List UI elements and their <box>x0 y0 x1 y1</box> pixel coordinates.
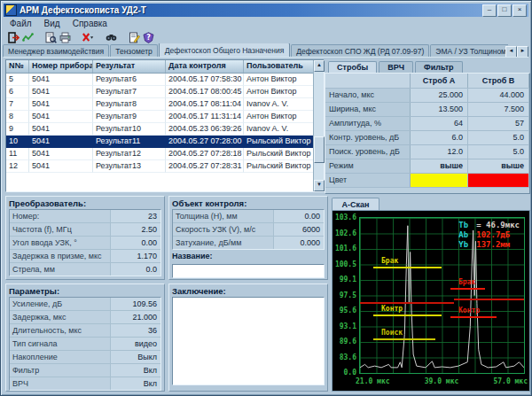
strobe-b-value[interactable]: 7.500 <box>468 103 529 116</box>
results-scrollbar[interactable]: ▲ ▼ <box>313 60 324 191</box>
strobe-b-value[interactable]: 57 <box>468 117 529 130</box>
main-tab[interactable]: Дефектоскоп СПО ЖД (РД 07.09-97) <box>291 44 429 57</box>
table-cell: Рыльский Виктор <box>244 148 314 160</box>
gate-line[interactable] <box>454 299 524 300</box>
property-row: ФильтрВкл <box>10 364 160 377</box>
strobe-a-value[interactable]: 12.0 <box>411 145 468 159</box>
column-header: Строб А <box>411 74 468 88</box>
delete-icon[interactable] <box>81 31 95 43</box>
svg-text:?: ? <box>146 34 151 42</box>
x-tick-label: 57.0 мкс <box>493 377 528 388</box>
main-tab[interactable]: Дефектоскоп Общего Назначения <box>159 43 291 57</box>
strobe-a-value[interactable]: 64 <box>411 117 468 130</box>
row-label: Цвет <box>325 174 411 187</box>
table-row[interactable]: 55041Результат62004.05.17 07:58:30Антон … <box>6 74 314 86</box>
strobes-tab[interactable]: Стробы <box>328 61 377 73</box>
strobes-row: Начало, мкс25.00044.000 <box>325 89 529 103</box>
table-row[interactable]: 95041Результат102004.05.23 06:39:26Ivano… <box>6 123 314 136</box>
readout-line: Tb= 46.9мкс <box>458 221 520 230</box>
column-header[interactable]: Номер прибора <box>29 60 93 73</box>
readout-value: 102.7дБ <box>476 230 510 239</box>
transducer-panel: Преобразователь: Номер:23Частота (f), МГ… <box>5 196 165 280</box>
strobes-tab[interactable]: ВРЧ <box>379 61 413 73</box>
y-tick-label: 93.1 <box>340 322 356 330</box>
table-row[interactable]: 85041Результат92004.05.17 11:31:14Антон … <box>6 111 314 123</box>
gate-line[interactable] <box>450 288 485 290</box>
search-icon[interactable] <box>104 31 118 43</box>
app-icon <box>5 4 17 16</box>
table-cell: Ivanov A. V. <box>244 123 314 136</box>
table-row[interactable]: 115041Результат122004.05.27 07:28:18Рыль… <box>6 148 314 160</box>
exit-icon[interactable] <box>6 31 20 43</box>
table-cell: 2004.05.27 07:28:00 <box>166 136 244 148</box>
property-label: Накопление <box>10 351 110 363</box>
ascan-tab[interactable]: А-Скан <box>332 198 379 211</box>
scrollbar-thumb[interactable] <box>314 136 325 163</box>
main-tab[interactable]: ЭМА / УЗ Толщиномер <box>430 44 508 57</box>
gate-line[interactable] <box>373 314 442 316</box>
strobes-panel: СтробыВРЧФильтр Строб АСтроб ВНачало, мк… <box>325 59 530 194</box>
column-header[interactable]: Дата контроля <box>166 60 244 73</box>
close-button[interactable]: × <box>512 4 527 17</box>
strobes-tab[interactable]: Фильтр <box>415 61 463 73</box>
menu-item[interactable]: Справка <box>66 19 113 28</box>
property-label: Усиление, дБ <box>10 298 110 310</box>
strobe-a-value[interactable]: 6.0 <box>411 131 468 144</box>
strobe-b-value[interactable]: выше <box>468 159 529 173</box>
column-header[interactable]: Пользователь <box>244 60 314 73</box>
maximize-button[interactable]: □ <box>497 4 512 17</box>
readout-value: 137.2мм <box>476 240 510 249</box>
main-tab[interactable]: Менеджер взаимодействия <box>3 44 109 57</box>
main-tab-bar: Менеджер взаимодействияТензометрДефектос… <box>3 43 508 57</box>
property-value: 0.00 <box>273 210 324 222</box>
strobe-a-value[interactable]: 25.000 <box>411 89 468 102</box>
column-header[interactable]: Результат <box>93 60 166 73</box>
gate-line[interactable] <box>373 267 442 268</box>
object-name-input[interactable] <box>172 264 325 278</box>
strobe-a-value[interactable]: 13.500 <box>411 103 468 116</box>
scroll-down-icon[interactable]: ▼ <box>314 180 325 191</box>
gate-line[interactable] <box>360 302 454 304</box>
strobe-b-value[interactable]: 44.000 <box>468 89 529 102</box>
table-row[interactable]: 75041Результат82004.05.17 08:11:04Ivanov… <box>6 98 314 111</box>
strobe-a-value[interactable]: выше <box>411 159 468 173</box>
minimize-button[interactable]: – <box>482 4 497 17</box>
connection-icon[interactable] <box>20 31 35 43</box>
table-cell: 5041 <box>29 160 93 173</box>
app-window: АРМ Дефектоскописта УД2-Т – □ × ФайлВидС… <box>0 0 532 396</box>
menu-item[interactable]: Вид <box>38 19 66 28</box>
main-tab[interactable]: Тензометр <box>110 44 158 57</box>
table-row[interactable]: 65041Результат72004.05.17 08:00:45Антон … <box>6 86 314 98</box>
report-icon[interactable] <box>127 31 141 43</box>
column-header[interactable]: N№ <box>6 60 29 73</box>
gate-label: Контр <box>381 305 403 313</box>
strobe-a-color-swatch[interactable] <box>411 174 468 187</box>
table-cell: Ivanov A. V. <box>244 98 314 111</box>
table-cell: Антон Виктор <box>244 86 314 98</box>
preview-icon[interactable] <box>43 31 58 43</box>
property-value: 0.00 <box>110 237 160 249</box>
strobe-b-color-swatch[interactable] <box>468 174 529 187</box>
print-icon[interactable] <box>58 31 72 43</box>
table-cell: 5041 <box>29 86 93 98</box>
help-icon[interactable]: ? <box>141 31 155 43</box>
table-cell: Рыльский Виктор <box>244 136 314 148</box>
strobes-color-row: Цвет <box>325 174 529 188</box>
table-cell: 12 <box>6 160 29 173</box>
results-table: N№Номер прибораРезультатДата контроляПол… <box>5 59 325 192</box>
strobes-row: Амплитуда, %6457 <box>325 117 529 131</box>
property-row: Стрела, мм0.0 <box>10 263 160 276</box>
strobe-b-value[interactable]: 5.0 <box>468 145 529 159</box>
strobe-b-value[interactable]: 5.0 <box>468 131 529 144</box>
table-cell: 2004.05.17 11:31:14 <box>166 111 244 123</box>
table-row[interactable]: 105041Результат112004.05.27 07:28:00Рыль… <box>6 136 314 148</box>
menu-item[interactable]: Файл <box>4 19 38 28</box>
table-row[interactable]: 125041Результат132004.05.27 07:28:31Рыль… <box>6 160 314 173</box>
gate-line[interactable] <box>450 316 497 318</box>
gate-line[interactable] <box>373 338 435 340</box>
scroll-up-icon[interactable]: ▲ <box>314 60 325 72</box>
table-cell: Результат10 <box>93 123 166 136</box>
property-value: 109.56 <box>110 298 160 310</box>
property-row: Задержка в призме, мкс1.170 <box>10 250 160 263</box>
conclusion-textarea[interactable] <box>172 297 325 385</box>
